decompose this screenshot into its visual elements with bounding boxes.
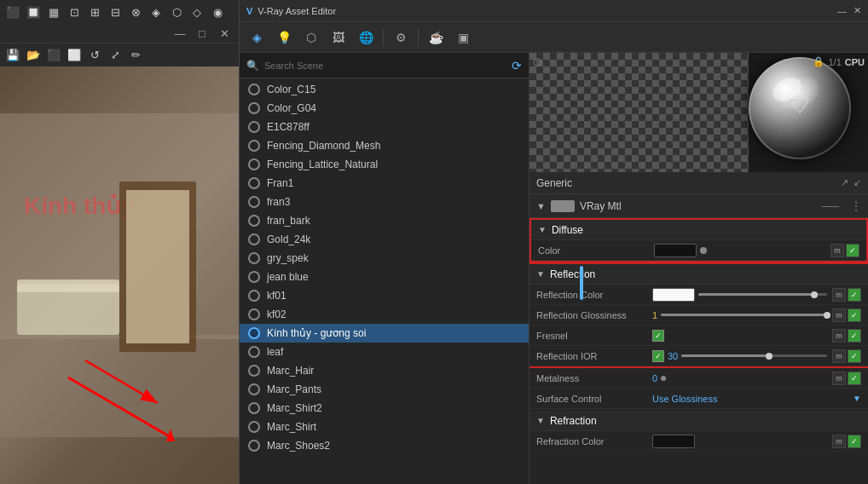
ae-minimize-btn[interactable]: — [837, 6, 847, 16]
geometry-icon[interactable]: ⬡ [299, 26, 323, 49]
minimize-btn[interactable]: — [172, 27, 188, 40]
list-item[interactable]: Marc_Shirt [240, 418, 529, 436]
toolbar-icon-1[interactable]: ⬛ [3, 3, 22, 21]
maximize-btn[interactable]: □ [194, 27, 210, 40]
metalness-icons: m ✓ [832, 372, 861, 385]
refr-color-map-icon[interactable]: m [832, 435, 846, 448]
list-item[interactable]: Fencing_Diamond_Mesh [240, 136, 529, 155]
viewport-toolbar-1: ⬛ 🔲 ▦ ⊡ ⊞ ⊟ ⊗ ◈ ⬡ ◇ ◉ [0, 0, 239, 24]
ae-close-btn[interactable]: ✕ [854, 5, 861, 16]
section-collapse-arrow[interactable]: ▼ [536, 201, 546, 211]
list-item[interactable]: Marc_Pants [240, 380, 529, 399]
render-icon[interactable]: ☕ [424, 26, 448, 49]
view-icon[interactable]: ▣ [451, 26, 475, 49]
list-item[interactable]: Marc_Hair [240, 361, 529, 380]
fresnel-map-icon[interactable]: m [832, 329, 846, 343]
toolbar-icon-7[interactable]: ⊗ [126, 3, 145, 21]
diffuse-color-swatch[interactable] [654, 244, 697, 257]
materials-icon[interactable]: ◈ [245, 26, 269, 49]
preview-icon-1[interactable]: ⬡ [533, 56, 541, 68]
list-item[interactable]: fran_bark [240, 211, 529, 230]
search-input[interactable] [264, 60, 506, 71]
reflection-slider-thumb[interactable] [811, 291, 818, 298]
metalness-map-icon[interactable]: m [832, 372, 846, 385]
surface-dropdown-icon[interactable]: ▼ [853, 394, 861, 403]
toolbar-icon-4[interactable]: ⊡ [65, 3, 84, 21]
list-item[interactable]: jean blue [240, 268, 529, 286]
refl-color-check-icon[interactable]: ✓ [848, 288, 861, 302]
save-icon[interactable]: 💾 [3, 46, 22, 65]
edit-icon[interactable]: ✏ [126, 46, 145, 65]
list-item[interactable]: Fencing_Lattice_Natural [240, 155, 529, 174]
reflection-slider-track [698, 293, 827, 296]
textures-icon[interactable]: 🖼 [327, 26, 350, 49]
refr-color-check-icon[interactable]: ✓ [848, 435, 861, 448]
scale-icon[interactable]: ⤢ [106, 46, 124, 65]
list-item[interactable]: gry_spek [240, 249, 529, 268]
refraction-color-row: Refraction Color m ✓ [529, 431, 868, 452]
ior-check-icon[interactable]: ✓ [848, 349, 861, 363]
select-icon[interactable]: ⬛ [44, 46, 63, 65]
list-item[interactable]: Marc_Shoes2 [240, 436, 529, 455]
toolbar-icon-2[interactable]: 🔲 [24, 3, 43, 21]
material-options-btn[interactable]: ⋮ [851, 200, 861, 212]
reflection-label: Reflection [550, 268, 595, 280]
reflection-gloss-track [661, 314, 827, 316]
list-item[interactable]: Gold_24k [240, 230, 529, 249]
preview-checkboard [529, 53, 749, 172]
use-glossiness-value[interactable]: Use Glossiness [652, 394, 717, 404]
ior-thumb[interactable] [766, 353, 773, 360]
diffuse-section-header[interactable]: ▼ Diffuse [531, 220, 866, 240]
export-icon[interactable]: ↗ [841, 177, 848, 188]
diffuse-map-icon[interactable]: m [830, 244, 844, 257]
env-icon[interactable]: 🌐 [354, 26, 378, 49]
list-item[interactable]: E1C878ff [240, 118, 529, 136]
fresnel-check-icon[interactable]: ✓ [848, 329, 861, 343]
render-fraction: 1/1 [828, 57, 841, 67]
refraction-color-swatch[interactable] [652, 435, 695, 448]
toolbar-icon-6[interactable]: ⊟ [106, 3, 124, 21]
ior-map-icon[interactable]: m [832, 349, 846, 363]
toolbar-icon-3[interactable]: ▦ [44, 3, 63, 21]
folder-icon[interactable]: 📂 [24, 46, 43, 65]
close-btn[interactable]: ✕ [217, 27, 232, 40]
move-icon[interactable]: ⬜ [65, 46, 84, 65]
refl-color-map-icon[interactable]: m [832, 288, 846, 302]
toolbar-icon-8[interactable]: ◈ [147, 3, 165, 21]
refl-gloss-map-icon[interactable]: m [832, 308, 846, 322]
list-item[interactable]: Marc_Shirt2 [240, 399, 529, 418]
reflection-gloss-thumb[interactable] [824, 312, 830, 319]
ior-checkbox[interactable] [652, 350, 664, 362]
metalness-check-icon[interactable]: ✓ [848, 372, 861, 385]
metalness-value: 0 [652, 373, 827, 383]
list-item[interactable]: leaf [240, 343, 529, 361]
list-item[interactable]: Color_C15 [240, 80, 529, 99]
reflection-color-swatch[interactable] [652, 288, 695, 302]
list-item[interactable]: Color_G04 [240, 99, 529, 118]
list-item[interactable]: Fran1 [240, 174, 529, 193]
list-item-active[interactable]: Kính thủy - gương soi [240, 324, 529, 343]
render-lock-icon: 🔒 [813, 56, 825, 67]
sync-icon[interactable]: ⟳ [512, 59, 522, 72]
toolbar-icon-5[interactable]: ⊞ [85, 3, 104, 21]
import-icon[interactable]: ↙ [854, 177, 861, 188]
refraction-section-header[interactable]: ▼ Refraction [529, 411, 868, 431]
rotate-icon[interactable]: ↺ [85, 46, 104, 65]
toolbar-icon-10[interactable]: ◇ [188, 3, 206, 21]
vray-logo: V [246, 6, 252, 16]
diffuse-label: Diffuse [552, 224, 583, 236]
toolbar-icon-11[interactable]: ◉ [208, 3, 227, 21]
lights-icon[interactable]: 💡 [272, 26, 296, 49]
toolbar-icon-9[interactable]: ⬡ [167, 3, 186, 21]
settings-icon[interactable]: ⚙ [389, 26, 413, 49]
diffuse-color-dot [700, 247, 707, 254]
refl-gloss-check-icon[interactable]: ✓ [848, 308, 861, 322]
diffuse-check-icon[interactable]: ✓ [846, 244, 859, 257]
ior-number: 30 [668, 351, 678, 361]
refraction-label: Refraction [550, 415, 597, 427]
list-item[interactable]: fran3 [240, 193, 529, 211]
list-item[interactable]: kf01 [240, 286, 529, 305]
list-item[interactable]: kf02 [240, 305, 529, 324]
diffuse-prop-icons: m ✓ [830, 244, 859, 257]
fresnel-checkbox[interactable] [652, 330, 664, 342]
